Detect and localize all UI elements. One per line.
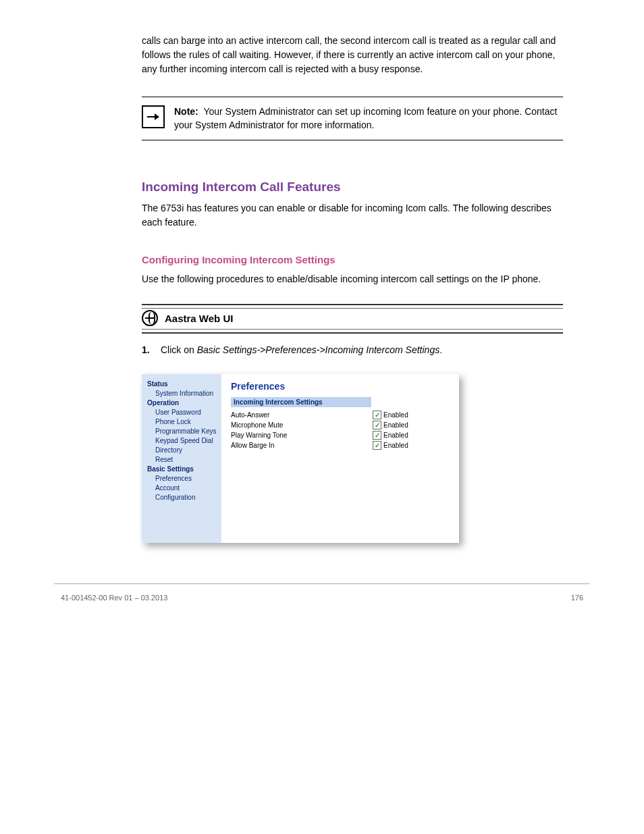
setting-row-0: Auto-Answer✓Enabled <box>231 410 451 420</box>
step-period: . <box>439 344 442 355</box>
incoming-intercom-settings-header: Incoming Intercom Settings <box>231 397 371 407</box>
note-rule-bottom <box>142 140 563 140</box>
footer-rule <box>54 583 590 584</box>
note-text: Note: Your System Administrator can set … <box>174 105 563 132</box>
sub-section-body: Use the following procedures to enable/d… <box>142 272 563 286</box>
checkbox-2[interactable]: ✓ <box>373 431 381 440</box>
setting-row-2: Play Warning Tone✓Enabled <box>231 430 451 440</box>
sidebar-operation-item-0[interactable]: User Password <box>147 408 217 417</box>
setting-enabled-text-2: Enabled <box>383 432 408 439</box>
globe-icon <box>142 310 158 326</box>
setting-enabled-text-3: Enabled <box>383 442 408 449</box>
sidebar-status-item-0[interactable]: System Information <box>147 389 217 398</box>
page-footer: 41-001452-00 Rev 01 – 03.2013 176 <box>54 590 590 602</box>
sidebar-operation-item-3[interactable]: Keypad Speed Dial <box>147 436 217 446</box>
checkbox-3[interactable]: ✓ <box>373 441 381 450</box>
sidebar-operation-item-5[interactable]: Reset <box>147 455 217 465</box>
double-rule-bottom <box>142 329 563 334</box>
setting-label-3: Allow Barge In <box>231 442 373 449</box>
web-ui-heading: Aastra Web UI <box>142 309 563 328</box>
step-path: Basic Settings->Preferences->Incoming In… <box>197 344 440 355</box>
sidebar-basic-item-0[interactable]: Preferences <box>147 474 217 484</box>
note-label: Note: <box>174 106 198 117</box>
setting-enabled-text-0: Enabled <box>383 411 408 419</box>
sidebar-basic-item-1[interactable]: Account Configuration <box>147 484 217 502</box>
setting-checkbox-wrap-0: ✓Enabled <box>373 411 408 419</box>
setting-checkbox-wrap-3: ✓Enabled <box>373 441 408 450</box>
note-rule-top <box>142 97 563 97</box>
screenshot-main: Preferences Incoming Intercom Settings A… <box>221 374 459 543</box>
setting-checkbox-wrap-2: ✓Enabled <box>373 431 408 440</box>
sidebar-operation-item-1[interactable]: Phone Lock <box>147 417 217 427</box>
note-body: Your System Administrator can set up inc… <box>174 106 557 130</box>
sidebar-operation-item-4[interactable]: Directory <box>147 446 217 455</box>
screenshot-sidebar: Status System Information Operation User… <box>142 374 221 543</box>
section-body: The 6753i has features you can enable or… <box>142 201 563 230</box>
sidebar-basic-header[interactable]: Basic Settings <box>147 465 217 474</box>
checkbox-0[interactable]: ✓ <box>373 411 381 419</box>
checkbox-1[interactable]: ✓ <box>373 421 381 429</box>
note-row: Note: Your System Administrator can set … <box>142 101 563 136</box>
step-text: Click on Basic Settings->Preferences->In… <box>161 344 442 355</box>
setting-label-2: Play Warning Tone <box>231 432 373 439</box>
setting-row-1: Microphone Mute✓Enabled <box>231 420 451 430</box>
setting-label-1: Microphone Mute <box>231 421 373 429</box>
footer-page-number: 176 <box>571 594 583 602</box>
preferences-title: Preferences <box>231 381 451 392</box>
step-1: 1. Click on Basic Settings->Preferences-… <box>142 344 563 355</box>
sidebar-operation-header[interactable]: Operation <box>147 398 217 408</box>
arrow-right-icon <box>142 105 165 128</box>
step-prefix: Click on <box>161 344 194 355</box>
setting-enabled-text-1: Enabled <box>383 421 408 429</box>
step-number: 1. <box>142 344 154 355</box>
setting-row-3: Allow Barge In✓Enabled <box>231 440 451 450</box>
sub-section-title-configuring: Configuring Incoming Intercom Settings <box>142 254 563 265</box>
setting-label-0: Auto-Answer <box>231 411 373 419</box>
sidebar-status-header[interactable]: Status <box>147 380 217 389</box>
web-ui-label: Aastra Web UI <box>165 313 233 324</box>
double-rule-top <box>142 304 563 309</box>
footer-left: 41-001452-00 Rev 01 – 03.2013 <box>61 594 167 602</box>
intro-paragraph: calls can barge into an active intercom … <box>142 34 563 76</box>
sidebar-operation-item-2[interactable]: Programmable Keys <box>147 427 217 436</box>
setting-checkbox-wrap-1: ✓Enabled <box>373 421 408 429</box>
preferences-screenshot: Status System Information Operation User… <box>142 374 459 543</box>
section-title-incoming-intercom-features: Incoming Intercom Call Features <box>142 180 563 194</box>
